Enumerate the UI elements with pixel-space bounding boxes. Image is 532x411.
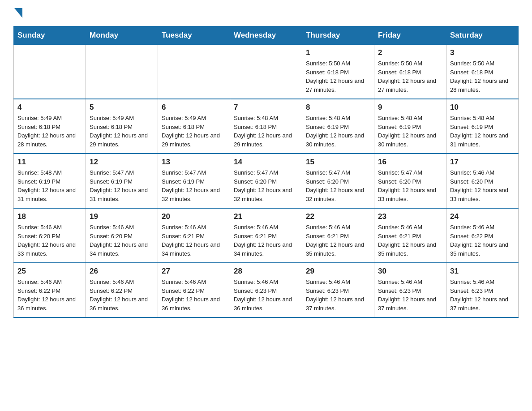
day-header-monday: Monday: [86, 26, 158, 45]
calendar-cell: 30Sunrise: 5:46 AMSunset: 6:23 PMDayligh…: [374, 263, 446, 317]
calendar-cell: 21Sunrise: 5:46 AMSunset: 6:21 PMDayligh…: [230, 208, 302, 263]
day-info: Sunrise: 5:47 AMSunset: 6:20 PMDaylight:…: [378, 168, 442, 203]
day-info: Sunrise: 5:48 AMSunset: 6:19 PMDaylight:…: [450, 114, 515, 149]
day-info: Sunrise: 5:48 AMSunset: 6:19 PMDaylight:…: [306, 114, 370, 149]
calendar-cell: 28Sunrise: 5:46 AMSunset: 6:23 PMDayligh…: [230, 263, 302, 317]
day-number: 2: [378, 48, 442, 57]
calendar-cell: [86, 45, 158, 99]
calendar-week-row: 18Sunrise: 5:46 AMSunset: 6:20 PMDayligh…: [14, 208, 519, 263]
calendar-cell: [158, 45, 230, 99]
calendar-cell: 18Sunrise: 5:46 AMSunset: 6:20 PMDayligh…: [14, 208, 86, 263]
day-info: Sunrise: 5:46 AMSunset: 6:20 PMDaylight:…: [90, 223, 154, 258]
calendar-cell: 12Sunrise: 5:47 AMSunset: 6:19 PMDayligh…: [86, 154, 158, 208]
day-number: 3: [450, 48, 515, 57]
day-info: Sunrise: 5:46 AMSunset: 6:22 PMDaylight:…: [450, 223, 515, 258]
calendar-cell: 25Sunrise: 5:46 AMSunset: 6:22 PMDayligh…: [14, 263, 86, 317]
svg-marker-0: [14, 8, 22, 18]
day-number: 25: [17, 267, 82, 276]
calendar-week-row: 1Sunrise: 5:50 AMSunset: 6:18 PMDaylight…: [14, 45, 519, 99]
day-number: 19: [90, 212, 154, 221]
day-number: 12: [90, 158, 154, 167]
day-info: Sunrise: 5:47 AMSunset: 6:20 PMDaylight:…: [234, 168, 298, 203]
day-info: Sunrise: 5:46 AMSunset: 6:23 PMDaylight:…: [306, 278, 370, 313]
calendar-cell: 27Sunrise: 5:46 AMSunset: 6:22 PMDayligh…: [158, 263, 230, 317]
day-number: 31: [450, 267, 515, 276]
calendar-week-row: 11Sunrise: 5:48 AMSunset: 6:19 PMDayligh…: [14, 154, 519, 208]
calendar-cell: 6Sunrise: 5:49 AMSunset: 6:18 PMDaylight…: [158, 99, 230, 154]
day-header-thursday: Thursday: [302, 26, 374, 45]
calendar-cell: 8Sunrise: 5:48 AMSunset: 6:19 PMDaylight…: [302, 99, 374, 154]
day-number: 15: [306, 158, 370, 167]
day-number: 13: [162, 158, 226, 167]
day-number: 16: [378, 158, 442, 167]
day-info: Sunrise: 5:46 AMSunset: 6:23 PMDaylight:…: [450, 278, 515, 313]
day-info: Sunrise: 5:46 AMSunset: 6:22 PMDaylight:…: [90, 278, 154, 313]
calendar-cell: 23Sunrise: 5:46 AMSunset: 6:21 PMDayligh…: [374, 208, 446, 263]
day-info: Sunrise: 5:46 AMSunset: 6:20 PMDaylight:…: [450, 168, 515, 203]
day-number: 26: [90, 267, 154, 276]
day-number: 1: [306, 48, 370, 57]
calendar-week-row: 25Sunrise: 5:46 AMSunset: 6:22 PMDayligh…: [14, 263, 519, 317]
day-number: 21: [234, 212, 298, 221]
calendar-cell: 3Sunrise: 5:50 AMSunset: 6:18 PMDaylight…: [446, 45, 519, 99]
day-number: 4: [17, 103, 82, 112]
calendar-cell: 19Sunrise: 5:46 AMSunset: 6:20 PMDayligh…: [86, 208, 158, 263]
day-info: Sunrise: 5:46 AMSunset: 6:20 PMDaylight:…: [17, 223, 82, 258]
day-info: Sunrise: 5:48 AMSunset: 6:19 PMDaylight:…: [17, 168, 82, 203]
day-info: Sunrise: 5:48 AMSunset: 6:19 PMDaylight:…: [378, 114, 442, 149]
day-header-saturday: Saturday: [446, 26, 519, 45]
calendar-cell: 5Sunrise: 5:49 AMSunset: 6:18 PMDaylight…: [86, 99, 158, 154]
calendar-cell: 14Sunrise: 5:47 AMSunset: 6:20 PMDayligh…: [230, 154, 302, 208]
day-info: Sunrise: 5:46 AMSunset: 6:22 PMDaylight:…: [162, 278, 226, 313]
day-number: 11: [17, 158, 82, 167]
calendar-week-row: 4Sunrise: 5:49 AMSunset: 6:18 PMDaylight…: [14, 99, 519, 154]
page-header: [13, 9, 519, 18]
day-number: 17: [450, 158, 515, 167]
day-number: 9: [378, 103, 442, 112]
day-number: 27: [162, 267, 226, 276]
calendar-cell: 20Sunrise: 5:46 AMSunset: 6:21 PMDayligh…: [158, 208, 230, 263]
calendar-cell: 7Sunrise: 5:48 AMSunset: 6:18 PMDaylight…: [230, 99, 302, 154]
day-info: Sunrise: 5:46 AMSunset: 6:21 PMDaylight:…: [306, 223, 370, 258]
calendar-cell: 31Sunrise: 5:46 AMSunset: 6:23 PMDayligh…: [446, 263, 519, 317]
day-number: 23: [378, 212, 442, 221]
day-number: 29: [306, 267, 370, 276]
calendar-cell: 13Sunrise: 5:47 AMSunset: 6:19 PMDayligh…: [158, 154, 230, 208]
day-info: Sunrise: 5:49 AMSunset: 6:18 PMDaylight:…: [162, 114, 226, 149]
day-number: 14: [234, 158, 298, 167]
calendar-cell: 11Sunrise: 5:48 AMSunset: 6:19 PMDayligh…: [14, 154, 86, 208]
calendar-cell: 4Sunrise: 5:49 AMSunset: 6:18 PMDaylight…: [14, 99, 86, 154]
calendar-cell: 24Sunrise: 5:46 AMSunset: 6:22 PMDayligh…: [446, 208, 519, 263]
day-info: Sunrise: 5:46 AMSunset: 6:23 PMDaylight:…: [234, 278, 298, 313]
day-info: Sunrise: 5:46 AMSunset: 6:21 PMDaylight:…: [162, 223, 226, 258]
day-number: 5: [90, 103, 154, 112]
day-number: 24: [450, 212, 515, 221]
day-info: Sunrise: 5:49 AMSunset: 6:18 PMDaylight:…: [90, 114, 154, 149]
day-number: 18: [17, 212, 82, 221]
calendar-cell: 26Sunrise: 5:46 AMSunset: 6:22 PMDayligh…: [86, 263, 158, 317]
calendar-table: SundayMondayTuesdayWednesdayThursdayFrid…: [13, 26, 519, 318]
day-info: Sunrise: 5:48 AMSunset: 6:18 PMDaylight:…: [234, 114, 298, 149]
day-number: 10: [450, 103, 515, 112]
day-number: 7: [234, 103, 298, 112]
logo-triangle-icon: [14, 8, 22, 18]
day-info: Sunrise: 5:49 AMSunset: 6:18 PMDaylight:…: [17, 114, 82, 149]
day-info: Sunrise: 5:50 AMSunset: 6:18 PMDaylight:…: [450, 59, 515, 94]
calendar-cell: 10Sunrise: 5:48 AMSunset: 6:19 PMDayligh…: [446, 99, 519, 154]
calendar-cell: 9Sunrise: 5:48 AMSunset: 6:19 PMDaylight…: [374, 99, 446, 154]
calendar-cell: 1Sunrise: 5:50 AMSunset: 6:18 PMDaylight…: [302, 45, 374, 99]
day-info: Sunrise: 5:50 AMSunset: 6:18 PMDaylight:…: [378, 59, 442, 94]
calendar-header-row: SundayMondayTuesdayWednesdayThursdayFrid…: [14, 26, 519, 45]
day-header-tuesday: Tuesday: [158, 26, 230, 45]
calendar-cell: 2Sunrise: 5:50 AMSunset: 6:18 PMDaylight…: [374, 45, 446, 99]
calendar-cell: 29Sunrise: 5:46 AMSunset: 6:23 PMDayligh…: [302, 263, 374, 317]
day-info: Sunrise: 5:47 AMSunset: 6:20 PMDaylight:…: [306, 168, 370, 203]
calendar-cell: 15Sunrise: 5:47 AMSunset: 6:20 PMDayligh…: [302, 154, 374, 208]
day-number: 20: [162, 212, 226, 221]
logo: [13, 9, 22, 18]
day-header-sunday: Sunday: [14, 26, 86, 45]
day-info: Sunrise: 5:47 AMSunset: 6:19 PMDaylight:…: [162, 168, 226, 203]
calendar-cell: 16Sunrise: 5:47 AMSunset: 6:20 PMDayligh…: [374, 154, 446, 208]
calendar-cell: 22Sunrise: 5:46 AMSunset: 6:21 PMDayligh…: [302, 208, 374, 263]
day-info: Sunrise: 5:46 AMSunset: 6:21 PMDaylight:…: [234, 223, 298, 258]
